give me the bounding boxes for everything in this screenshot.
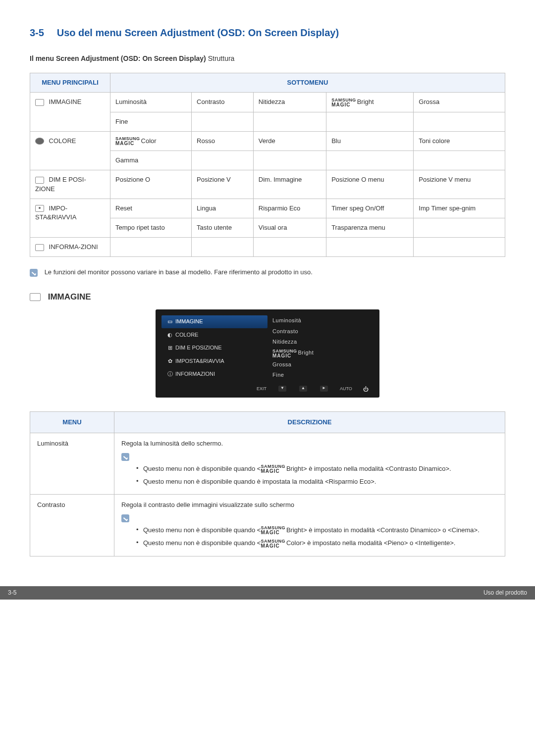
submenu-cell: Risparmio Eco [253, 199, 326, 218]
picture-icon [30, 293, 41, 301]
submenu-cell: Posizione V menu [414, 170, 505, 199]
section-subtitle: Il menu Screen Adjustment (OSD: On Scree… [30, 54, 505, 64]
osd-power-icon: ⏻ [361, 386, 371, 394]
note-icon [121, 514, 129, 522]
submenu-cell [192, 112, 254, 131]
osd-left-icon: ⊞ [164, 344, 175, 352]
osd-left-icon: ✿ [164, 357, 175, 365]
submenu-cell: Fine [110, 112, 192, 131]
desc-bullet: Questo menu non è disponibile quando è i… [136, 475, 498, 488]
immagine-section-label: IMMAGINE [48, 292, 91, 302]
menu-label-cell: IMPO-STA&RIAVVIA [30, 199, 110, 237]
submenu-cell [110, 238, 192, 257]
osd-right-item: Contrasto [270, 326, 375, 337]
table-row: DIM E POSI-ZIONEPosizione OPosizione VDi… [30, 170, 505, 199]
model-note: Le funzioni del monitor possono variare … [30, 268, 505, 277]
submenu-cell: SAMSUNGMAGICColor [110, 131, 192, 151]
submenu-cell: Posizione O [110, 170, 192, 199]
submenu-cell: Nitidezza [253, 92, 326, 112]
osd-auto-label: AUTO [340, 386, 350, 394]
submenu-cell: Blu [326, 131, 414, 151]
osd-left-item: ✿IMPOSTA&RIAVVIA [161, 355, 268, 367]
submenu-cell [253, 112, 326, 131]
submenu-cell: Visual ora [253, 218, 326, 238]
menu-icon [35, 99, 44, 106]
desc-lead: Regola la luminosità dello schermo. [121, 439, 498, 448]
submenu-cell: Timer speg On/Off [326, 199, 414, 218]
section-number: 3-5 [30, 27, 44, 38]
samsung-magic-brand: SAMSUNGMAGIC [115, 137, 140, 146]
submenu-cell [414, 112, 505, 131]
subtitle-rest: Struttura [206, 54, 235, 62]
submenu-cell: Contrasto [192, 92, 254, 112]
menu-icon [35, 205, 44, 212]
menu-icon [35, 177, 44, 184]
th-desc: DESCRIZIONE [114, 411, 505, 433]
table-row: INFORMA-ZIONI [30, 238, 505, 257]
description-table: MENU DESCRIZIONE LuminositàRegola la lum… [30, 411, 505, 556]
samsung-magic-brand: SAMSUNGMAGIC [261, 539, 285, 548]
submenu-cell: Reset [110, 199, 192, 218]
table-row: COLORESAMSUNGMAGICColorRossoVerdeBluToni… [30, 131, 505, 151]
menu-label-cell: INFORMA-ZIONI [30, 238, 110, 257]
samsung-magic-brand: SAMSUNGMAGIC [261, 526, 285, 535]
osd-left-label: IMPOSTA&RIAVVIA [175, 357, 224, 365]
submenu-cell: Tasto utente [192, 218, 254, 238]
subtitle-bold: Il menu Screen Adjustment (OSD: On Scree… [30, 54, 206, 62]
submenu-cell [326, 112, 414, 131]
desc-bullet-list: Questo menu non è disponibile quando <SA… [121, 462, 498, 489]
submenu-cell: SAMSUNGMAGICBright [326, 92, 414, 112]
samsung-magic-brand: SAMSUNGMAGIC [331, 98, 356, 107]
submenu-cell [192, 151, 254, 170]
osd-left-item: ⊞DIM E POSIZIONE [161, 342, 268, 354]
th-submenu: SOTTOMENU [110, 73, 505, 92]
section-heading: 3-5 Uso del menu Screen Adjustment (OSD:… [30, 22, 505, 41]
osd-left-icon: ◐ [164, 331, 175, 339]
submenu-cell: Trasparenza menu [326, 218, 414, 238]
submenu-cell: Imp Timer spe-gnim [414, 199, 505, 218]
submenu-cell: Lingua [192, 199, 254, 218]
menu-structure-table: MENU PRINCIPALI SOTTOMENU IMMAGINELumino… [30, 73, 505, 257]
desc-bullet: Questo menu non è disponibile quando <SA… [136, 524, 498, 537]
osd-left-label: INFORMAZIONI [175, 370, 215, 378]
submenu-cell [326, 151, 414, 170]
osd-preview: ▭IMMAGINE◐COLORE⊞DIM E POSIZIONE✿IMPOSTA… [156, 309, 379, 398]
submenu-cell [192, 238, 254, 257]
section-title: Uso del menu Screen Adjustment (OSD: On … [57, 27, 339, 38]
submenu-cell: Rosso [192, 131, 254, 151]
menu-label-cell: DIM E POSI-ZIONE [30, 170, 110, 199]
osd-left-item: ⓘINFORMAZIONI [161, 368, 268, 380]
desc-menu-cell: Luminosità [30, 433, 114, 495]
osd-left-label: IMMAGINE [175, 318, 203, 325]
submenu-cell: Luminosità [110, 92, 192, 112]
submenu-cell: Toni colore [414, 131, 505, 151]
table-row: ContrastoRegola il contrasto delle immag… [30, 495, 505, 556]
menu-label-cell: COLORE [30, 131, 110, 170]
submenu-cell: Verde [253, 131, 326, 151]
submenu-cell [414, 218, 505, 238]
menu-label: INFORMA-ZIONI [47, 243, 98, 251]
submenu-cell [326, 238, 414, 257]
osd-left-label: DIM E POSIZIONE [175, 344, 222, 352]
menu-icon [35, 138, 44, 145]
footer-right: Uso del prodotto [483, 589, 527, 597]
osd-enter-icon [320, 386, 328, 392]
submenu-cell: Posizione V [192, 170, 254, 199]
immagine-section-heading: IMMAGINE [30, 291, 505, 303]
desc-bullet: Questo menu non è disponibile quando <SA… [136, 462, 498, 476]
desc-lead: Regola il contrasto delle immagini visua… [121, 501, 498, 509]
menu-icon [35, 244, 44, 251]
submenu-cell: Dim. Immagine [253, 170, 326, 199]
submenu-cell [253, 238, 326, 257]
submenu-cell: Grossa [414, 92, 505, 112]
th-main-menu: MENU PRINCIPALI [30, 73, 110, 92]
desc-text-cell: Regola la luminosità dello schermo.Quest… [114, 433, 505, 495]
osd-up-icon [299, 386, 307, 392]
osd-left-label: COLORE [175, 331, 198, 339]
osd-down-icon [278, 386, 286, 392]
submenu-cell: Posizione O menu [326, 170, 414, 199]
samsung-magic-brand: SAMSUNGMAGIC [272, 349, 297, 358]
note-text: Le funzioni del monitor possono variare … [45, 268, 313, 276]
osd-left-item: ▭IMMAGINE [161, 315, 268, 328]
osd-right-item: SAMSUNGMAGICBright [270, 348, 375, 359]
